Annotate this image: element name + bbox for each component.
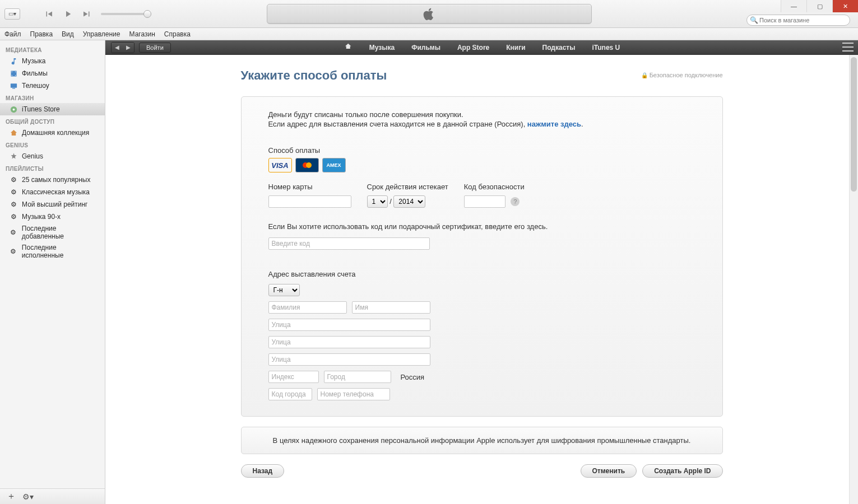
sidebar-section-shared: ОБЩИЙ ДОСТУП [0,115,105,127]
store-search-input[interactable] [746,15,850,26]
card-option-visa[interactable]: VISA [268,158,292,172]
nav-podcasts-link[interactable]: Подкасты [542,44,576,52]
expiry-label: Срок действия истекает [367,183,448,191]
scrollbar[interactable] [849,55,858,504]
next-track-button[interactable] [78,7,95,21]
sidebar-item-movies[interactable]: Фильмы [0,67,105,80]
info-text-2: Если адрес для выставления счета находит… [268,120,695,128]
sidebar-playlist[interactable]: ⚙25 самых популярных [0,174,105,186]
gear-icon: ⚙ [9,247,18,256]
sidebar-item-tv[interactable]: Телешоу [0,80,105,92]
sidebar-playlist[interactable]: ⚙Последние добавленные [0,223,105,242]
button-row: Назад Отменить Создать Apple ID [241,464,723,478]
sidebar-item-label: 25 самых популярных [22,176,90,184]
street2-input[interactable] [268,336,430,348]
sidebar-item-label: Музыка 90-х [22,213,61,221]
add-playlist-button[interactable]: ＋ [7,491,16,502]
sidebar: МЕДИАТЕКА Музыка Фильмы Телешоу МАГАЗИН … [0,40,105,504]
card-option-amex[interactable]: AMEX [322,158,346,172]
menu-file[interactable]: Файл [4,30,21,38]
cvv-input[interactable] [464,195,505,208]
encryption-footnote: В целях надежного сохранения персонально… [241,427,723,454]
card-number-label: Номер карты [268,183,351,191]
nav-appstore-link[interactable]: App Store [457,44,489,52]
sidebar-item-label: Последние добавленные [22,225,99,240]
postal-code-input[interactable] [268,371,319,383]
street3-input[interactable] [268,353,430,366]
sidebar-playlist[interactable]: ⚙Последние исполненные [0,242,105,261]
sidebar-item-label: Фильмы [22,69,48,77]
gear-icon: ⚙ [9,175,18,184]
music-icon [9,57,18,66]
info-text-1: Деньги будут списаны только после соверш… [268,110,695,119]
nav-forward-button[interactable]: ▶ [123,43,134,53]
play-button[interactable] [59,7,76,21]
nav-books-link[interactable]: Книги [506,44,525,52]
sidebar-item-music[interactable]: Музыка [0,55,105,67]
phone-number-input[interactable] [317,388,390,400]
gear-icon: ⚙ [9,212,18,221]
nav-itunesu-link[interactable]: iTunes U [592,44,620,52]
gear-icon: ⚙ [9,228,18,237]
payment-panel: Деньги будут списаны только после соверш… [241,96,723,417]
sidebar-item-label: Домашняя коллекция [22,129,89,137]
store-navbar: ◀ ▶ Войти Музыка Фильмы App Store Книги … [105,40,858,55]
menu-edit[interactable]: Правка [30,30,53,38]
menu-view[interactable]: Вид [62,30,74,38]
back-button[interactable]: Назад [241,464,285,478]
sidebar-section-playlists: ПЛЕЙЛИСТЫ [0,162,105,174]
area-code-input[interactable] [268,388,312,400]
sidebar-playlist[interactable]: ⚙Классическая музыка [0,186,105,198]
card-number-input[interactable] [268,195,351,208]
volume-slider[interactable] [101,13,151,15]
settings-gear-button[interactable]: ⚙▾ [22,492,34,501]
sidebar-playlist[interactable]: ⚙Музыка 90-х [0,211,105,223]
sign-in-button[interactable]: Войти [139,43,171,53]
nav-history: ◀ ▶ [111,42,135,53]
close-button[interactable]: ✕ [832,0,858,12]
minimize-button[interactable]: — [781,0,806,12]
menu-controls[interactable]: Управление [83,30,120,38]
change-country-link[interactable]: нажмите здесь [527,120,581,128]
gift-code-text: Если Вы хотите использовать код или пода… [268,222,695,231]
billing-address-label: Адрес выставления счета [268,270,695,278]
menu-help[interactable]: Справка [164,30,191,38]
svg-point-3 [12,108,15,110]
card-option-mastercard[interactable] [295,158,319,172]
sidebar-item-itunes-store[interactable]: iTunes Store [0,103,105,115]
sidebar-item-home-sharing[interactable]: Домашняя коллекция [0,127,105,139]
menu-store[interactable]: Магазин [129,30,155,38]
nav-movies-link[interactable]: Фильмы [411,44,440,52]
cvv-help-icon[interactable]: ? [511,197,520,206]
prev-track-button[interactable] [40,7,57,21]
sidebar-item-label: Мой высший рейтинг [22,200,87,208]
now-playing-lcd [267,4,592,24]
maximize-button[interactable]: ▢ [806,0,832,12]
salutation-select[interactable]: Г-н [268,284,300,296]
sidebar-footer: ＋ ⚙▾ [0,488,105,504]
gift-code-input[interactable] [268,237,430,250]
search-icon: 🔍 [750,16,758,24]
payment-method-label: Способ оплаты [268,146,695,155]
nav-back-button[interactable]: ◀ [112,43,123,53]
sidebar-item-genius[interactable]: Genius [0,150,105,162]
nav-menu-button[interactable] [842,43,854,52]
create-apple-id-button[interactable]: Создать Apple ID [642,464,722,478]
home-icon [9,128,18,137]
cancel-button[interactable]: Отменить [581,464,637,478]
nav-home-link[interactable] [344,43,353,52]
apple-logo-icon [423,7,436,21]
firstname-input[interactable] [352,301,430,314]
sidebar-playlist[interactable]: ⚙Мой высший рейтинг [0,198,105,211]
sidebar-section-library: МЕДИАТЕКА [0,44,105,55]
lastname-input[interactable] [268,301,347,314]
nav-music-link[interactable]: Музыка [369,44,395,52]
genius-icon [9,152,18,161]
expiry-month-select[interactable]: 1 [367,195,388,208]
city-input[interactable] [324,371,391,383]
scrollbar-thumb[interactable] [851,57,857,192]
view-switcher[interactable]: ▭▾ [4,8,20,20]
expiry-year-select[interactable]: 2014 [393,195,425,208]
street1-input[interactable] [268,319,430,331]
country-label: Россия [401,373,425,381]
